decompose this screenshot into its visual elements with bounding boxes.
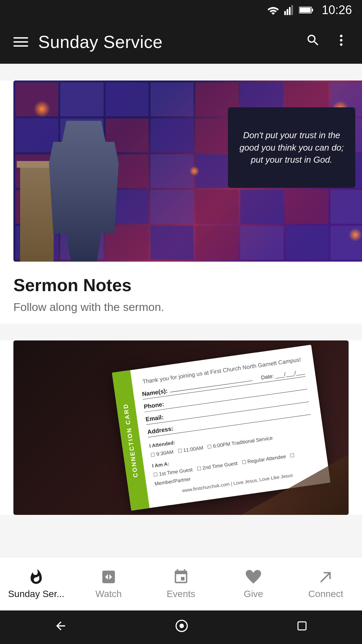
svg-point-9 xyxy=(340,43,342,46)
home-button[interactable] xyxy=(175,619,188,636)
svg-point-11 xyxy=(179,624,184,628)
nav-sunday-service-label: Sunday Ser... xyxy=(8,589,64,599)
page-title: Sunday Service xyxy=(38,32,163,52)
recent-button[interactable] xyxy=(296,620,308,635)
nav-connect[interactable]: Connect xyxy=(290,569,362,599)
svg-rect-5 xyxy=(312,9,313,11)
svg-rect-12 xyxy=(298,622,306,630)
signal-icon xyxy=(284,5,294,15)
connection-card-image[interactable]: CONNECTION CARD Thank you for joining us… xyxy=(13,340,349,515)
play-square-icon xyxy=(100,569,117,585)
speaker-body xyxy=(40,121,127,262)
connection-card-sidebar-text: CONNECTION CARD xyxy=(122,403,139,478)
menu-button[interactable] xyxy=(13,37,28,47)
nav-watch[interactable]: Watch xyxy=(72,569,145,599)
connection-card-section[interactable]: CONNECTION CARD Thank you for joining us… xyxy=(0,340,362,515)
svg-rect-6 xyxy=(300,8,311,12)
app-header: Sunday Service xyxy=(0,20,362,64)
sermon-notes-title: Sermon Notes xyxy=(13,275,349,295)
main-content: Don't put your trust in the good you thi… xyxy=(0,64,362,605)
sermon-image[interactable]: Don't put your trust in the good you thi… xyxy=(13,80,362,262)
speaker-figure xyxy=(40,121,127,262)
section-divider xyxy=(0,324,362,340)
bottom-navigation: Sunday Ser... Watch Events Give xyxy=(0,557,362,610)
nav-give-label: Give xyxy=(244,589,263,599)
nav-sunday-service[interactable]: Sunday Ser... xyxy=(0,569,72,599)
svg-rect-3 xyxy=(291,5,293,15)
sermon-notes-desc: Follow along with the sermon. xyxy=(13,301,349,314)
header-right xyxy=(306,33,349,51)
status-time: 10:26 xyxy=(322,3,352,17)
svg-rect-1 xyxy=(287,9,288,15)
flame-icon xyxy=(28,569,45,585)
status-bar: 10:26 xyxy=(0,0,362,20)
heart-hand-icon xyxy=(245,569,262,585)
battery-icon xyxy=(299,6,314,14)
back-button[interactable] xyxy=(54,619,67,636)
svg-rect-2 xyxy=(289,7,291,15)
svg-rect-0 xyxy=(284,11,286,15)
field-address-label: Address: xyxy=(147,425,174,436)
calendar-icon xyxy=(173,569,189,585)
nav-events-label: Events xyxy=(167,589,195,599)
header-left: Sunday Service xyxy=(13,32,163,52)
more-options-button[interactable] xyxy=(334,33,349,51)
system-navigation xyxy=(0,610,362,644)
stage-light-1 xyxy=(34,101,50,117)
nav-connect-label: Connect xyxy=(308,589,343,599)
stage-light-5 xyxy=(189,166,199,176)
nav-watch-label: Watch xyxy=(96,589,122,599)
sermon-notes-text[interactable]: Sermon Notes Follow along with the sermo… xyxy=(0,262,362,324)
connect-arrows-icon xyxy=(317,569,334,585)
nav-give[interactable]: Give xyxy=(217,569,290,599)
sermon-screen-text: Don't put your trust in the good you thi… xyxy=(235,129,349,166)
svg-point-8 xyxy=(340,39,342,41)
status-icons: 10:26 xyxy=(267,3,352,17)
sermon-screen: Don't put your trust in the good you thi… xyxy=(228,107,355,188)
svg-point-7 xyxy=(340,35,342,37)
nav-events[interactable]: Events xyxy=(145,569,217,599)
field-email-label: Email: xyxy=(145,414,164,423)
sermon-notes-section[interactable]: Don't put your trust in the good you thi… xyxy=(0,80,362,324)
stage-light-4 xyxy=(349,228,362,241)
field-phone-label: Phone: xyxy=(143,401,165,411)
search-button[interactable] xyxy=(306,33,320,51)
wifi-icon xyxy=(267,5,280,15)
field-name-label: Name(s): xyxy=(141,387,168,398)
